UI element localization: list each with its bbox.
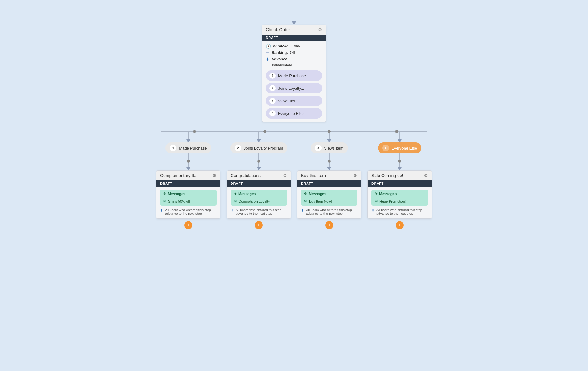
branch-2-msg-label: Messages	[238, 192, 256, 196]
branch-1-msg-row: ✉ Shirts 50% off	[163, 198, 213, 203]
branch-1-card-header: Complementary It... ⚙	[156, 171, 220, 180]
branch-2-msg-row: ✉ Congrats on Loyalty...	[234, 198, 284, 203]
branch-1-gear-icon[interactable]: ⚙	[213, 173, 217, 178]
option-4-label: Everyone Else	[278, 111, 304, 116]
branch-4-gear-icon[interactable]: ⚙	[424, 173, 428, 178]
branch-1-text: Made Purchase	[179, 146, 207, 150]
branch-2-msg-title: ✈ Messages	[234, 192, 284, 196]
branch-4-vline2	[399, 153, 400, 160]
branch-1: 1 Made Purchase Complementary It... ⚙ DR…	[156, 132, 221, 229]
main-card: Check Order ⚙ DRAFT 🕐 Window: 1 day ☰ Ra…	[262, 25, 326, 122]
branch-4-label[interactable]: 4 Everyone Else	[378, 142, 421, 153]
gear-icon[interactable]: ⚙	[318, 27, 322, 32]
branch-1-arrow	[186, 139, 190, 142]
branch-2-arrow2	[257, 167, 261, 170]
branch-3-msg-row: ✉ Buy Item Now!	[304, 198, 354, 203]
branch-1-label[interactable]: 1 Made Purchase	[165, 142, 211, 153]
branch-4-arrow2	[398, 167, 402, 170]
branch-4-messages: ✈ Messages ✉ Huge Promotion!	[371, 190, 428, 206]
option-3-label: Views Item	[278, 99, 297, 103]
ranking-label: Ranking:	[272, 51, 288, 55]
branch-3-text: Views Item	[324, 146, 343, 150]
option-4[interactable]: 4 Everyone Else	[266, 108, 322, 119]
branch-4-add-button[interactable]: +	[396, 221, 404, 229]
advance-row: ⬇ Advance:	[266, 57, 322, 62]
branch-3-arrow2	[327, 167, 331, 170]
branch-3-msg-label: Messages	[309, 192, 326, 196]
branch-4-card-header: Sale Coming up! ⚙	[368, 171, 432, 180]
branch-3-msg-title: ✈ Messages	[304, 192, 354, 196]
branch-1-advance: ⬇ All users who entered this step advanc…	[160, 208, 217, 215]
branch-1-msg-title: ✈ Messages	[163, 192, 213, 196]
branch-4-vline	[399, 132, 400, 139]
branch-3-vline3	[329, 163, 330, 167]
option-2[interactable]: 2 Joins Loyalty...	[266, 83, 322, 93]
branch-4-msg-label: Messages	[379, 192, 397, 196]
branch-4-dot	[398, 160, 401, 163]
option-4-num: 4	[270, 110, 276, 116]
branch-3-label[interactable]: 3 Views Item	[311, 142, 348, 153]
advance-icon-2: ⬇	[231, 208, 234, 213]
branch-4-advance: ⬇ All users who entered this step advanc…	[371, 208, 428, 215]
branch-1-draft: DRAFT	[156, 180, 220, 187]
branch-4-text: Everyone Else	[391, 146, 417, 150]
branch-2-vline	[258, 132, 259, 139]
branch-4: 4 Everyone Else Sale Coming up! ⚙ DRAFT …	[368, 132, 432, 229]
envelope-icon-3: ✉	[304, 199, 307, 203]
h-branch-line	[161, 131, 427, 132]
branch-1-dot	[187, 160, 190, 163]
branch-4-vline3	[399, 163, 400, 167]
branch-3-gear-icon[interactable]: ⚙	[353, 173, 357, 178]
branch-1-vline3	[188, 163, 189, 167]
branch-2-gear-icon[interactable]: ⚙	[283, 173, 287, 178]
main-card-draft-bar: DRAFT	[262, 35, 326, 41]
branch-4-draft: DRAFT	[368, 180, 432, 187]
branch-3-num: 3	[315, 145, 322, 151]
branch-2-vline2	[258, 153, 259, 160]
branch-1-msg-label: Messages	[168, 192, 185, 196]
window-label: Window:	[273, 44, 289, 48]
branch-4-advance-text: All users who entered this step advance …	[376, 208, 428, 215]
branch-2-advance-text: All users who entered this step advance …	[236, 208, 287, 215]
branch-1-card: Complementary It... ⚙ DRAFT ✈ Messages ✉…	[156, 170, 221, 219]
paper-plane-icon-3: ✈	[304, 192, 307, 196]
main-bottom-connector	[294, 122, 294, 131]
branch-3-body: ✈ Messages ✉ Buy Item Now! ⬇ All users w…	[297, 187, 361, 218]
advance-label: Advance:	[271, 57, 288, 61]
branch-2-num: 2	[235, 145, 241, 151]
envelope-icon-4: ✉	[375, 199, 378, 203]
branch-1-card-title: Complementary It...	[160, 173, 198, 178]
branch-1-msg-item: Shirts 50% off	[168, 199, 190, 203]
option-3-num: 3	[270, 98, 276, 104]
branch-3-advance-text: All users who entered this step advance …	[306, 208, 357, 215]
branch-1-vline	[188, 132, 189, 139]
branch-2-card: Congratulations ⚙ DRAFT ✈ Messages ✉ Con…	[227, 170, 291, 219]
branch-3-card: Buy this Item ⚙ DRAFT ✈ Messages ✉ Buy I…	[297, 170, 361, 219]
branch-3-card-header: Buy this Item ⚙	[297, 171, 361, 180]
branch-3-add-button[interactable]: +	[325, 221, 333, 229]
option-1[interactable]: 1 Made Purchase	[266, 70, 322, 81]
card-options: 1 Made Purchase 2 Joins Loyalty... 3 Vie…	[266, 70, 322, 119]
branch-2-label[interactable]: 2 Joins Loyalty Program	[230, 142, 288, 153]
advance-icon: ⬇	[266, 57, 270, 62]
branch-1-arrow2	[186, 167, 190, 170]
branch-2-add-button[interactable]: +	[255, 221, 263, 229]
ranking-value: Off	[290, 51, 295, 55]
branch-3-messages: ✈ Messages ✉ Buy Item Now!	[301, 190, 357, 206]
envelope-icon-2: ✉	[234, 199, 237, 203]
branch-2-arrow	[257, 139, 261, 142]
branch-1-advance-text: All users who entered this step advance …	[165, 208, 217, 215]
branch-2-advance: ⬇ All users who entered this step advanc…	[231, 208, 287, 215]
option-3[interactable]: 3 Views Item	[266, 96, 322, 106]
branch-4-msg-title: ✈ Messages	[375, 192, 425, 196]
branches-container: 1 Made Purchase Complementary It... ⚙ DR…	[156, 132, 432, 229]
branch-3-arrow	[327, 139, 331, 142]
top-connector-line	[294, 12, 294, 21]
list-icon: ☰	[266, 50, 270, 55]
ranking-row: ☰ Ranking: Off	[266, 50, 322, 55]
clock-icon: 🕐	[266, 44, 271, 49]
branch-1-add-button[interactable]: +	[184, 221, 192, 229]
branch-4-body: ✈ Messages ✉ Huge Promotion! ⬇ All users…	[368, 187, 432, 218]
branch-3-advance: ⬇ All users who entered this step advanc…	[301, 208, 357, 215]
card-header: Check Order ⚙	[262, 25, 326, 35]
